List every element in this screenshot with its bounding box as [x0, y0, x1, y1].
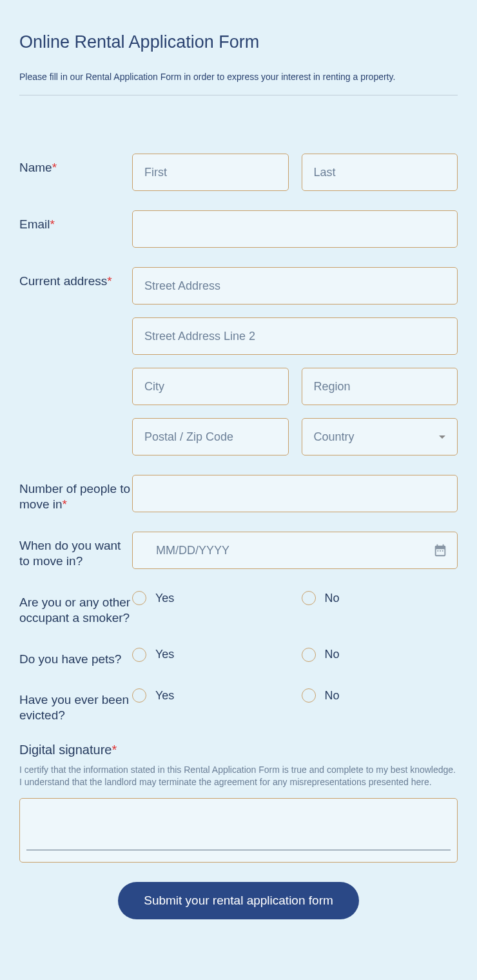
required-mark: * — [50, 217, 55, 231]
email-label: Email* — [19, 210, 132, 232]
people-label: Number of people to move in* — [19, 475, 132, 512]
divider — [19, 95, 458, 95]
pets-no-radio[interactable]: No — [302, 648, 458, 662]
street2-input[interactable] — [132, 317, 458, 355]
address-label: Current address* — [19, 267, 132, 289]
move-date-field[interactable] — [132, 532, 458, 569]
signature-helper-text: I certify that the information stated in… — [19, 764, 458, 788]
radio-label: Yes — [155, 648, 174, 661]
pets-yes-radio[interactable]: Yes — [132, 648, 289, 662]
radio-icon — [132, 688, 146, 703]
region-input[interactable] — [302, 368, 458, 405]
submit-button[interactable]: Submit your rental application form — [118, 882, 359, 919]
signature-label: Digital signature* — [19, 743, 458, 757]
signature-line — [26, 850, 451, 850]
radio-label: Yes — [155, 592, 174, 605]
evicted-no-radio[interactable]: No — [302, 688, 458, 703]
radio-label: Yes — [155, 689, 174, 703]
smoker-no-radio[interactable]: No — [302, 591, 458, 605]
radio-label: No — [325, 648, 340, 661]
country-placeholder: Country — [314, 430, 355, 444]
evicted-yes-radio[interactable]: Yes — [132, 688, 289, 703]
required-mark: * — [112, 743, 117, 757]
required-mark: * — [107, 274, 112, 288]
radio-icon — [302, 688, 316, 703]
required-mark: * — [63, 497, 67, 511]
name-label: Name* — [19, 154, 132, 175]
postal-input[interactable] — [132, 418, 289, 455]
radio-label: No — [325, 689, 340, 703]
calendar-icon — [433, 543, 447, 557]
country-select[interactable]: Country — [302, 418, 458, 455]
radio-icon — [132, 648, 146, 662]
move-date-label: When do you want to move in? — [19, 532, 132, 569]
page-subtitle: Please fill in our Rental Application Fo… — [19, 72, 458, 82]
page-title: Online Rental Application Form — [19, 32, 458, 52]
radio-icon — [132, 591, 146, 605]
people-input[interactable] — [132, 475, 458, 512]
city-input[interactable] — [132, 368, 289, 405]
pets-label: Do you have pets? — [19, 645, 132, 667]
radio-label: No — [325, 592, 340, 605]
smoker-yes-radio[interactable]: Yes — [132, 591, 289, 605]
evicted-label: Have you ever been evicted? — [19, 686, 132, 723]
radio-icon — [302, 648, 316, 662]
required-mark: * — [52, 161, 57, 174]
email-input[interactable] — [132, 210, 458, 248]
signature-pad[interactable] — [19, 798, 458, 863]
smoker-label: Are you or any other occupant a smoker? — [19, 588, 132, 626]
first-name-input[interactable] — [132, 154, 289, 191]
street-input[interactable] — [132, 267, 458, 305]
chevron-down-icon — [439, 435, 445, 439]
radio-icon — [302, 591, 316, 605]
last-name-input[interactable] — [302, 154, 458, 191]
move-date-input[interactable] — [144, 532, 433, 568]
